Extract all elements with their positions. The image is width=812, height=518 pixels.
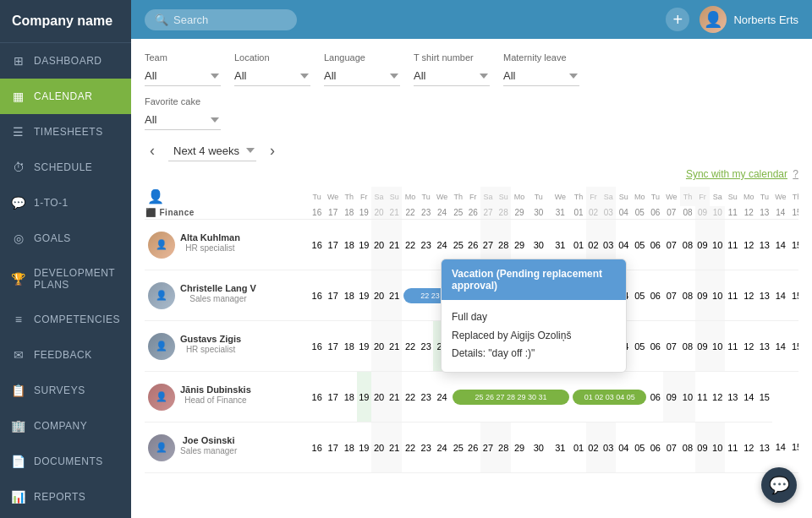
vacation-approved-bar[interactable]: 25 26 27 28 29 30 31 (453, 390, 569, 405)
date-cell: 02 (586, 206, 601, 220)
day-num-header: Fr (586, 187, 601, 206)
table-row: 👤 Jānis Dubinskis Head of Finance 16 17 … (145, 372, 798, 423)
company-icon: 🏢 (12, 419, 25, 433)
vacation-tooltip: Vacation (Pending replacement approval) … (441, 259, 627, 373)
sidebar-item-dashboard[interactable]: ⊞ DASHBOARD (0, 43, 131, 79)
day-num-header: Fr (357, 187, 371, 206)
date-cell: 08 (680, 206, 695, 220)
sidebar-item-goals[interactable]: ◎ GOALS (0, 221, 131, 256)
day-num-header: Th (789, 187, 798, 206)
language-filter-select[interactable]: All (324, 66, 400, 86)
person-details: Gustavs Zigis HR specialist (180, 333, 241, 354)
person-details: Alta Kuhlman HR specialist (180, 232, 240, 253)
day-num-header: Th (680, 187, 695, 206)
date-cell: 15 (789, 206, 798, 220)
date-cell: 31 (550, 206, 572, 220)
trophy-icon: 🏆 (12, 272, 25, 286)
date-cell: 01 (571, 206, 586, 220)
person-name: Jānis Dubinskis (180, 384, 251, 395)
maternity-filter-select[interactable]: All (503, 66, 579, 86)
language-filter: Language All (324, 52, 400, 86)
prev-button[interactable]: ‹ (145, 140, 160, 161)
sidebar-item-competencies[interactable]: ≡ COMPETENCIES (0, 302, 131, 337)
avatar: 👤 (700, 6, 727, 33)
sidebar-item-reports[interactable]: 📊 REPORTS (0, 479, 131, 515)
person-name: Alta Kuhlman (180, 232, 240, 243)
day-num-header: We (433, 187, 451, 206)
sidebar-item-label: SCHEDULE (34, 161, 92, 173)
location-filter-select[interactable]: All (234, 66, 310, 86)
search-box[interactable]: 🔍 (145, 9, 297, 30)
table-row: 👤 Joe Osinski Sales manager 16 17 18 19 … (145, 423, 798, 473)
sync-text[interactable]: Sync with my calendar (686, 168, 787, 180)
team-filter-select[interactable]: All (145, 66, 221, 86)
search-input[interactable] (173, 14, 275, 26)
person-details: Jānis Dubinskis Head of Finance (180, 384, 251, 405)
day-num-header: Su (387, 187, 402, 206)
calendar-icon: ▦ (12, 90, 25, 103)
reports-icon: 📊 (12, 490, 25, 504)
help-icon: ? (793, 168, 798, 180)
day-num-header: Sa (710, 187, 725, 206)
day-num-header: Tu (528, 187, 550, 206)
person-cell: 👤 Joe Osinski Sales manager (145, 423, 310, 473)
vacation-approved-cell[interactable]: 25 26 27 28 29 30 31 (451, 372, 571, 423)
date-cell: 23 (419, 206, 433, 220)
date-range-select[interactable]: Next 4 weeks (168, 141, 256, 161)
date-cell: 28 (496, 206, 511, 220)
sidebar-item-devplans[interactable]: 🏆 DEVELOPMENT PLANS (0, 256, 131, 302)
calendar-header-row: 👤 Tu We Th Fr Sa Su Mo Tu We Th (145, 187, 798, 206)
date-cell: 24 (433, 206, 451, 220)
cake-filter-label: Favorite cake (145, 96, 221, 106)
next-button[interactable]: › (265, 140, 280, 161)
person-col-header (229, 187, 310, 206)
chat-button[interactable]: 💬 (761, 467, 797, 503)
documents-icon: 📄 (12, 455, 25, 468)
person-role: Head of Finance (180, 395, 251, 405)
sidebar-item-schedule[interactable]: ⏱ SCHEDULE (0, 150, 131, 185)
team-filter-label: Team (145, 52, 221, 63)
cake-filter-select[interactable]: All (145, 110, 221, 130)
sidebar-item-1to1[interactable]: 💬 1-TO-1 (0, 185, 131, 221)
avatar: 👤 (148, 434, 175, 461)
date-cell: 30 (528, 206, 550, 220)
day-num-header: Tu (757, 187, 771, 206)
add-button[interactable]: + (666, 8, 689, 31)
team-col-header: 👤 (145, 187, 229, 206)
day-num-header: Sa (371, 187, 387, 206)
location-filter: Location All (234, 52, 310, 86)
sidebar-item-timesheets[interactable]: ☰ TIMESHEETS (0, 114, 131, 150)
person-details: Joe Osinski Sales manager (180, 434, 237, 455)
tshirt-filter-label: T shirt number (414, 52, 490, 63)
maternity-filter-label: Maternity leave (503, 52, 579, 63)
date-cell: 10 (710, 206, 725, 220)
day-num-header: We (772, 187, 790, 206)
vacation-approved-bar2[interactable]: 01 02 03 04 05 (573, 390, 646, 405)
date-numbers-row: ⬛ Finance 16 17 18 19 20 21 22 23 2 (145, 206, 798, 220)
sync-link[interactable]: Sync with my calendar ? (145, 168, 798, 180)
sidebar-item-label: REPORTS (34, 491, 85, 503)
date-cell: 13 (757, 206, 771, 220)
user-menu[interactable]: 👤 Norberts Erts (700, 6, 798, 33)
maternity-filter: Maternity leave All (503, 52, 579, 86)
sidebar-item-surveys[interactable]: 📋 SURVEYS (0, 373, 131, 408)
sidebar-item-feedback[interactable]: ✉ FEEDBACK (0, 337, 131, 373)
vacation-approved-cell2[interactable]: 01 02 03 04 05 (571, 372, 648, 423)
date-cell: 20 (371, 206, 387, 220)
day-num-header: Fr (466, 187, 480, 206)
sidebar-item-calendar[interactable]: ▦ CALENDAR (0, 79, 131, 114)
sidebar-item-documents[interactable]: 📄 DOCUMENTS (0, 444, 131, 479)
sidebar-item-label: CALENDAR (34, 90, 92, 102)
tshirt-filter-select[interactable]: All (414, 66, 490, 86)
sidebar-item-company[interactable]: 🏢 COMPANY (0, 408, 131, 444)
language-filter-label: Language (324, 52, 400, 63)
sidebar-item-label: SURVEYS (34, 384, 85, 396)
person-cell: 👤 Jānis Dubinskis Head of Finance (145, 372, 310, 423)
competencies-icon: ≡ (12, 313, 25, 326)
day-num-header: We (663, 187, 681, 206)
avatar: 👤 (148, 232, 175, 259)
avatar: 👤 (148, 282, 175, 309)
surveys-icon: 📋 (12, 384, 25, 397)
tooltip-header: Vacation (Pending replacement approval) (442, 259, 626, 300)
day-num-header: Sa (480, 187, 496, 206)
